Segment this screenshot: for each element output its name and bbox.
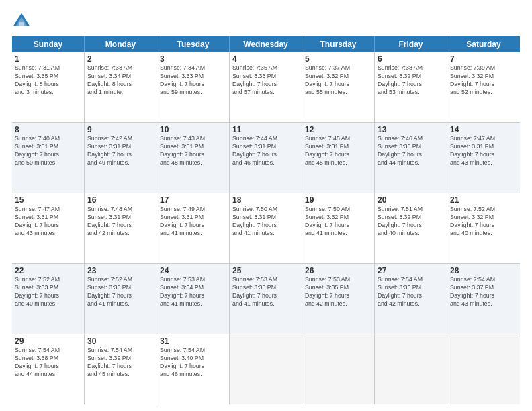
- day-details: Sunrise: 7:39 AMSunset: 3:32 PMDaylight:…: [450, 64, 517, 97]
- calendar-day-2: 2Sunrise: 7:33 AMSunset: 3:34 PMDaylight…: [85, 52, 157, 122]
- day-details: Sunrise: 7:47 AMSunset: 3:31 PMDaylight:…: [450, 135, 517, 167]
- day-details: Sunrise: 7:52 AMSunset: 3:32 PMDaylight:…: [450, 205, 517, 238]
- header-day-friday: Friday: [375, 36, 447, 52]
- calendar-day-29: 29Sunrise: 7:54 AMSunset: 3:38 PMDayligh…: [12, 334, 85, 404]
- calendar-day-15: 15Sunrise: 7:47 AMSunset: 3:31 PMDayligh…: [12, 193, 85, 263]
- day-number: 25: [232, 266, 299, 275]
- calendar-day-27: 27Sunrise: 7:54 AMSunset: 3:36 PMDayligh…: [375, 264, 447, 334]
- day-number: 14: [450, 125, 517, 134]
- calendar-day-25: 25Sunrise: 7:53 AMSunset: 3:35 PMDayligh…: [230, 264, 302, 334]
- day-number: 5: [305, 54, 371, 64]
- day-details: Sunrise: 7:54 AMSunset: 3:38 PMDaylight:…: [15, 347, 81, 379]
- empty-cell: [230, 334, 302, 404]
- day-number: 12: [305, 125, 371, 134]
- day-details: Sunrise: 7:51 AMSunset: 3:32 PMDaylight:…: [378, 205, 444, 238]
- day-details: Sunrise: 7:54 AMSunset: 3:36 PMDaylight:…: [378, 276, 444, 308]
- day-number: 11: [232, 125, 299, 134]
- day-details: Sunrise: 7:54 AMSunset: 3:40 PMDaylight:…: [160, 347, 226, 379]
- calendar-day-17: 17Sunrise: 7:49 AMSunset: 3:31 PMDayligh…: [157, 193, 230, 263]
- day-number: 29: [15, 336, 81, 346]
- day-details: Sunrise: 7:50 AMSunset: 3:31 PMDaylight:…: [232, 205, 299, 238]
- day-number: 21: [450, 195, 517, 205]
- day-details: Sunrise: 7:37 AMSunset: 3:32 PMDaylight:…: [305, 64, 371, 97]
- calendar-day-9: 9Sunrise: 7:42 AMSunset: 3:31 PMDaylight…: [85, 123, 157, 193]
- calendar-day-26: 26Sunrise: 7:53 AMSunset: 3:35 PMDayligh…: [302, 264, 375, 334]
- calendar-day-6: 6Sunrise: 7:38 AMSunset: 3:32 PMDaylight…: [375, 52, 447, 122]
- header-day-sunday: Sunday: [12, 36, 85, 52]
- day-details: Sunrise: 7:47 AMSunset: 3:31 PMDaylight:…: [15, 205, 81, 238]
- svg-rect-2: [19, 22, 24, 26]
- day-number: 7: [450, 54, 517, 64]
- calendar-day-14: 14Sunrise: 7:47 AMSunset: 3:31 PMDayligh…: [447, 123, 520, 193]
- logo: [12, 12, 34, 31]
- calendar-week-5: 29Sunrise: 7:54 AMSunset: 3:38 PMDayligh…: [12, 334, 520, 404]
- empty-cell: [447, 334, 520, 404]
- day-number: 26: [305, 266, 371, 275]
- calendar-day-4: 4Sunrise: 7:35 AMSunset: 3:33 PMDaylight…: [230, 52, 302, 122]
- calendar-day-28: 28Sunrise: 7:54 AMSunset: 3:37 PMDayligh…: [447, 264, 520, 334]
- calendar-day-8: 8Sunrise: 7:40 AMSunset: 3:31 PMDaylight…: [12, 123, 85, 193]
- day-number: 30: [87, 336, 154, 346]
- day-number: 15: [15, 195, 81, 205]
- day-number: 1: [15, 54, 81, 64]
- header-day-saturday: Saturday: [447, 36, 520, 52]
- day-details: Sunrise: 7:46 AMSunset: 3:30 PMDaylight:…: [378, 135, 444, 167]
- calendar: SundayMondayTuesdayWednesdayThursdayFrid…: [12, 36, 520, 404]
- calendar-week-4: 22Sunrise: 7:52 AMSunset: 3:33 PMDayligh…: [12, 264, 520, 334]
- calendar-day-10: 10Sunrise: 7:43 AMSunset: 3:31 PMDayligh…: [157, 123, 230, 193]
- day-number: 2: [87, 54, 154, 64]
- calendar-day-24: 24Sunrise: 7:53 AMSunset: 3:34 PMDayligh…: [157, 264, 230, 334]
- calendar-day-16: 16Sunrise: 7:48 AMSunset: 3:31 PMDayligh…: [85, 193, 157, 263]
- empty-cell: [302, 334, 375, 404]
- day-details: Sunrise: 7:38 AMSunset: 3:32 PMDaylight:…: [378, 64, 444, 97]
- calendar-day-23: 23Sunrise: 7:52 AMSunset: 3:33 PMDayligh…: [85, 264, 157, 334]
- calendar-week-2: 8Sunrise: 7:40 AMSunset: 3:31 PMDaylight…: [12, 123, 520, 193]
- day-details: Sunrise: 7:52 AMSunset: 3:33 PMDaylight:…: [15, 276, 81, 308]
- day-number: 4: [232, 54, 299, 64]
- day-number: 24: [160, 266, 226, 275]
- day-number: 13: [378, 125, 444, 134]
- calendar-day-12: 12Sunrise: 7:45 AMSunset: 3:31 PMDayligh…: [302, 123, 375, 193]
- calendar-day-13: 13Sunrise: 7:46 AMSunset: 3:30 PMDayligh…: [375, 123, 447, 193]
- day-details: Sunrise: 7:31 AMSunset: 3:35 PMDaylight:…: [15, 64, 81, 97]
- calendar-day-19: 19Sunrise: 7:50 AMSunset: 3:32 PMDayligh…: [302, 193, 375, 263]
- calendar-week-1: 1Sunrise: 7:31 AMSunset: 3:35 PMDaylight…: [12, 52, 520, 123]
- calendar-day-18: 18Sunrise: 7:50 AMSunset: 3:31 PMDayligh…: [230, 193, 302, 263]
- day-details: Sunrise: 7:33 AMSunset: 3:34 PMDaylight:…: [87, 64, 154, 97]
- day-details: Sunrise: 7:50 AMSunset: 3:32 PMDaylight:…: [305, 205, 371, 238]
- day-number: 27: [378, 266, 444, 275]
- calendar-day-20: 20Sunrise: 7:51 AMSunset: 3:32 PMDayligh…: [375, 193, 447, 263]
- day-number: 16: [87, 195, 154, 205]
- calendar-header: SundayMondayTuesdayWednesdayThursdayFrid…: [12, 36, 520, 52]
- calendar-day-11: 11Sunrise: 7:44 AMSunset: 3:31 PMDayligh…: [230, 123, 302, 193]
- day-details: Sunrise: 7:48 AMSunset: 3:31 PMDaylight:…: [87, 205, 154, 238]
- day-number: 9: [87, 125, 154, 134]
- calendar-day-22: 22Sunrise: 7:52 AMSunset: 3:33 PMDayligh…: [12, 264, 85, 334]
- day-number: 20: [378, 195, 444, 205]
- header-day-monday: Monday: [85, 36, 157, 52]
- day-number: 6: [378, 54, 444, 64]
- day-details: Sunrise: 7:49 AMSunset: 3:31 PMDaylight:…: [160, 205, 226, 238]
- day-details: Sunrise: 7:42 AMSunset: 3:31 PMDaylight:…: [87, 135, 154, 167]
- calendar-day-31: 31Sunrise: 7:54 AMSunset: 3:40 PMDayligh…: [157, 334, 230, 404]
- day-details: Sunrise: 7:43 AMSunset: 3:31 PMDaylight:…: [160, 135, 226, 167]
- calendar-day-7: 7Sunrise: 7:39 AMSunset: 3:32 PMDaylight…: [447, 52, 520, 122]
- header-day-thursday: Thursday: [302, 36, 375, 52]
- header-day-tuesday: Tuesday: [157, 36, 230, 52]
- day-details: Sunrise: 7:45 AMSunset: 3:31 PMDaylight:…: [305, 135, 371, 167]
- day-number: 28: [450, 266, 517, 275]
- calendar-day-1: 1Sunrise: 7:31 AMSunset: 3:35 PMDaylight…: [12, 52, 85, 122]
- day-number: 8: [15, 125, 81, 134]
- calendar-body: 1Sunrise: 7:31 AMSunset: 3:35 PMDaylight…: [12, 52, 520, 404]
- day-details: Sunrise: 7:35 AMSunset: 3:33 PMDaylight:…: [232, 64, 299, 97]
- day-number: 22: [15, 266, 81, 275]
- day-details: Sunrise: 7:54 AMSunset: 3:37 PMDaylight:…: [450, 276, 517, 308]
- day-details: Sunrise: 7:54 AMSunset: 3:39 PMDaylight:…: [87, 347, 154, 379]
- day-details: Sunrise: 7:44 AMSunset: 3:31 PMDaylight:…: [232, 135, 299, 167]
- day-details: Sunrise: 7:34 AMSunset: 3:33 PMDaylight:…: [160, 64, 226, 97]
- day-number: 18: [232, 195, 299, 205]
- day-details: Sunrise: 7:40 AMSunset: 3:31 PMDaylight:…: [15, 135, 81, 167]
- day-number: 10: [160, 125, 226, 134]
- calendar-week-3: 15Sunrise: 7:47 AMSunset: 3:31 PMDayligh…: [12, 193, 520, 264]
- day-details: Sunrise: 7:53 AMSunset: 3:35 PMDaylight:…: [305, 276, 371, 308]
